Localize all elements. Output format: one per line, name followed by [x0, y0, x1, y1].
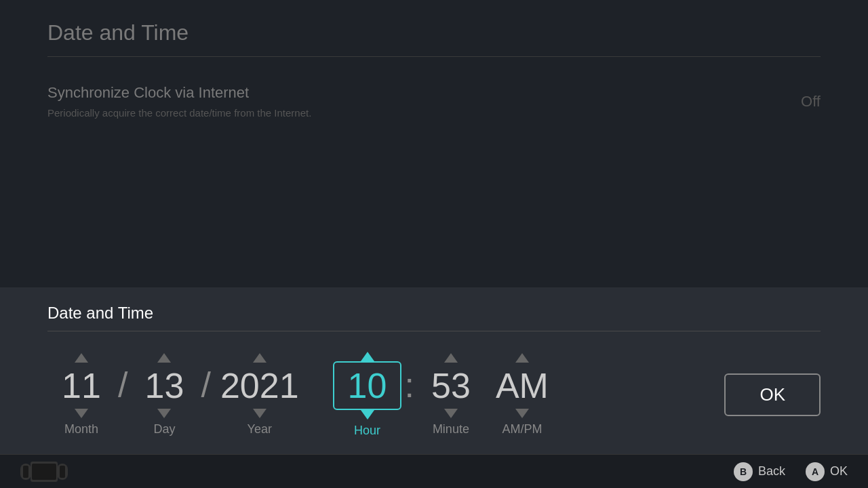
minute-picker[interactable]: 53 Minute — [417, 353, 485, 436]
ampm-picker[interactable]: AM AM/PM — [485, 353, 559, 436]
page-title: Date and Time — [47, 20, 821, 45]
back-label: Back — [758, 464, 785, 479]
ok-btn-container: OK — [724, 373, 821, 416]
day-label: Day — [153, 422, 175, 436]
ampm-up-arrow[interactable] — [515, 353, 529, 363]
time-separator: : — [404, 365, 414, 426]
month-up-arrow[interactable] — [75, 353, 88, 363]
datetime-modal: Date and Time 11 Month / 13 Day / 2021 Y… — [0, 287, 868, 454]
bottom-bar: B Back A OK — [0, 454, 868, 488]
hour-picker[interactable]: 10 Hour — [333, 352, 402, 438]
sync-setting-description: Periodically acquire the correct date/ti… — [47, 107, 311, 119]
date-separator-2: / — [201, 365, 210, 426]
day-value: 13 — [137, 363, 191, 409]
bottom-controls: B Back A OK — [734, 462, 848, 481]
year-value: 2021 — [214, 363, 306, 409]
switch-svg — [20, 462, 68, 482]
minute-value: 53 — [424, 363, 478, 409]
a-button-label: A — [812, 466, 818, 477]
svg-rect-5 — [60, 466, 65, 478]
picker-row: 11 Month / 13 Day / 2021 Year 10 Hour — [47, 352, 821, 438]
month-picker[interactable]: 11 Month — [47, 353, 115, 436]
svg-rect-3 — [32, 464, 56, 480]
day-up-arrow[interactable] — [157, 353, 171, 363]
b-button-label: B — [740, 466, 747, 477]
switch-console-icon — [20, 462, 68, 482]
hour-value: 10 — [333, 361, 402, 410]
ok-button[interactable]: OK — [724, 373, 821, 416]
b-button-icon: B — [734, 462, 753, 481]
modal-title: Date and Time — [47, 304, 821, 323]
year-up-arrow[interactable] — [253, 353, 267, 363]
month-label: Month — [64, 422, 98, 436]
year-label: Year — [248, 422, 272, 436]
confirm-label: OK — [830, 464, 848, 479]
ampm-down-arrow[interactable] — [515, 409, 529, 418]
hour-label: Hour — [354, 424, 380, 438]
month-value: 11 — [54, 363, 108, 409]
sync-setting-title: Synchronize Clock via Internet — [47, 84, 311, 102]
year-down-arrow[interactable] — [253, 409, 267, 418]
minute-down-arrow[interactable] — [444, 409, 458, 418]
sync-setting-row[interactable]: Synchronize Clock via Internet Periodica… — [47, 77, 821, 125]
svg-rect-1 — [23, 466, 28, 478]
year-picker[interactable]: 2021 Year — [214, 353, 306, 436]
sync-setting-value: Off — [801, 93, 821, 110]
day-picker[interactable]: 13 Day — [130, 353, 198, 436]
day-down-arrow[interactable] — [157, 409, 171, 418]
date-separator-1: / — [118, 365, 127, 426]
sync-setting-left: Synchronize Clock via Internet Periodica… — [47, 84, 311, 119]
top-divider — [47, 56, 821, 57]
minute-label: Minute — [433, 422, 469, 436]
hour-down-arrow[interactable] — [361, 410, 374, 420]
top-section: Date and Time Synchronize Clock via Inte… — [0, 0, 868, 139]
back-button[interactable]: B Back — [734, 462, 785, 481]
confirm-button[interactable]: A OK — [806, 462, 848, 481]
a-button-icon: A — [806, 462, 825, 481]
month-down-arrow[interactable] — [75, 409, 88, 418]
ampm-label: AM/PM — [502, 422, 542, 436]
hour-up-arrow[interactable] — [361, 352, 374, 361]
minute-up-arrow[interactable] — [444, 353, 458, 363]
modal-divider — [47, 331, 821, 331]
ampm-value: AM — [489, 363, 555, 409]
